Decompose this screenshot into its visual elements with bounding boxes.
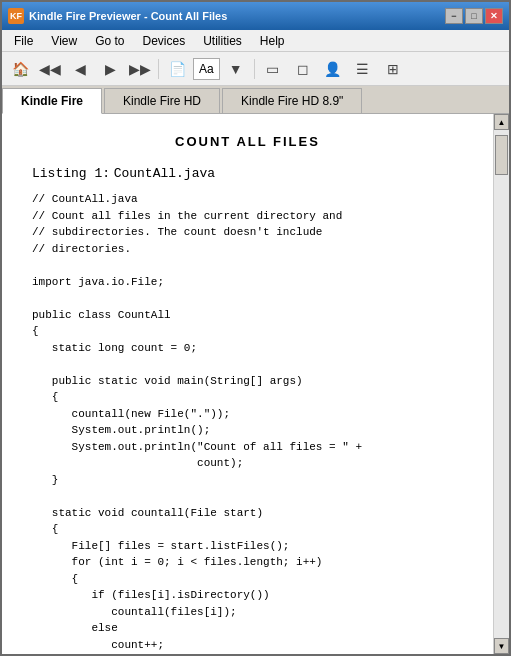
menu-view[interactable]: View xyxy=(43,32,85,50)
layout-btn3[interactable]: 👤 xyxy=(319,56,347,82)
doc-button[interactable]: 📄 xyxy=(163,56,191,82)
font-dropdown[interactable]: ▼ xyxy=(222,56,250,82)
tab-kindle-fire-hd[interactable]: Kindle Fire HD xyxy=(104,88,220,113)
menu-file[interactable]: File xyxy=(6,32,41,50)
scrollbar-up[interactable]: ▲ xyxy=(494,114,509,130)
prev-button[interactable]: ◀ xyxy=(66,56,94,82)
menu-utilities[interactable]: Utilities xyxy=(195,32,250,50)
tab-kindle-fire[interactable]: Kindle Fire xyxy=(2,88,102,114)
maximize-button[interactable]: □ xyxy=(465,8,483,24)
menu-bar: File View Go to Devices Utilities Help xyxy=(2,30,509,52)
code-block: // CountAll.java // Count all files in t… xyxy=(32,191,463,654)
menu-help[interactable]: Help xyxy=(252,32,293,50)
scrollbar-track[interactable] xyxy=(494,130,509,638)
back-button[interactable]: ◀◀ xyxy=(36,56,64,82)
close-button[interactable]: ✕ xyxy=(485,8,503,24)
title-bar-left: KF Kindle Fire Previewer - Count All Fil… xyxy=(8,8,227,24)
scrollbar: ▲ ▼ xyxy=(493,114,509,654)
home-button[interactable]: 🏠 xyxy=(6,56,34,82)
app-icon: KF xyxy=(8,8,24,24)
scrollbar-thumb[interactable] xyxy=(495,135,508,175)
layout-btn2[interactable]: ◻ xyxy=(289,56,317,82)
content-area: COUNT ALL FILES Listing 1: CountAll.java… xyxy=(2,114,509,654)
next-button[interactable]: ▶ xyxy=(96,56,124,82)
title-bar: KF Kindle Fire Previewer - Count All Fil… xyxy=(2,2,509,30)
menu-goto[interactable]: Go to xyxy=(87,32,132,50)
forward-button[interactable]: ▶▶ xyxy=(126,56,154,82)
page-content: COUNT ALL FILES Listing 1: CountAll.java… xyxy=(2,114,493,654)
window-title: Kindle Fire Previewer - Count All Files xyxy=(29,10,227,22)
title-controls: − □ ✕ xyxy=(445,8,503,24)
layout-btn1[interactable]: ▭ xyxy=(259,56,287,82)
minimize-button[interactable]: − xyxy=(445,8,463,24)
device-tabs: Kindle Fire Kindle Fire HD Kindle Fire H… xyxy=(2,86,509,114)
listing-filename: CountAll.java xyxy=(114,166,215,181)
layout-btn4[interactable]: ☰ xyxy=(349,56,377,82)
main-window: KF Kindle Fire Previewer - Count All Fil… xyxy=(0,0,511,656)
separator-2 xyxy=(254,59,255,79)
page-title: COUNT ALL FILES xyxy=(32,134,463,149)
layout-btn5[interactable]: ⊞ xyxy=(379,56,407,82)
separator-1 xyxy=(158,59,159,79)
listing-label: Listing 1: xyxy=(32,166,110,181)
font-control[interactable]: Aa xyxy=(193,58,220,80)
tab-kindle-fire-hd-89[interactable]: Kindle Fire HD 8.9" xyxy=(222,88,362,113)
toolbar: 🏠 ◀◀ ◀ ▶ ▶▶ 📄 Aa ▼ ▭ ◻ 👤 ☰ ⊞ xyxy=(2,52,509,86)
listing-heading: Listing 1: CountAll.java xyxy=(32,165,463,181)
menu-devices[interactable]: Devices xyxy=(135,32,194,50)
scrollbar-down[interactable]: ▼ xyxy=(494,638,509,654)
